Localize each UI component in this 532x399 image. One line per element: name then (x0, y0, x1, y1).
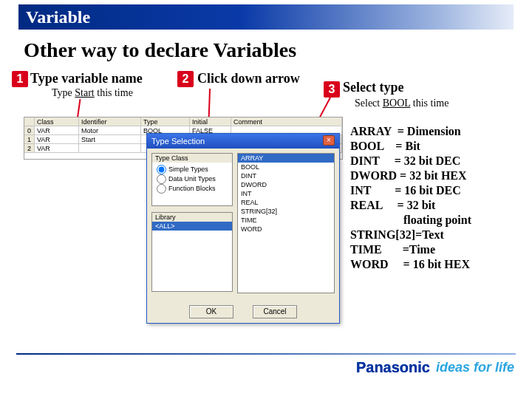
close-icon[interactable]: × (323, 135, 335, 146)
rung-num: 2 (26, 211, 30, 219)
step1-label: Type variable name (30, 71, 143, 86)
list-item[interactable]: ARRAY (238, 154, 334, 163)
step3-sub-underline: BOOL (383, 98, 411, 109)
cell-class[interactable]: VAR (35, 135, 79, 143)
type-legend-row: ARRAY = Dimension (350, 124, 471, 139)
ladder-row: 3 (24, 246, 145, 283)
col-type: Type (141, 117, 190, 126)
title-bar: Variable (18, 4, 514, 30)
variable-grid-header: Class Identifier Type Initial Comment (24, 117, 342, 126)
cell-class[interactable]: VAR (35, 144, 79, 152)
brand-logo: Panasonic (356, 359, 430, 376)
library-list[interactable]: Library <ALL> (151, 212, 233, 292)
type-legend-row: BOOL = Bit (350, 139, 471, 154)
list-item[interactable]: BOOL (238, 163, 334, 171)
rung-num: 1 (26, 174, 30, 182)
footer-divider (16, 353, 516, 355)
radio-label: Data Unit Types (168, 175, 216, 183)
contact-symbol: Start (69, 219, 83, 237)
cell-class[interactable]: VAR (35, 126, 79, 134)
cancel-button[interactable]: Cancel (253, 305, 297, 318)
step-badge-2: 2 (177, 71, 194, 87)
type-legend-row: REAL = 32 bit (350, 198, 471, 213)
list-item[interactable]: TIME (238, 216, 334, 225)
row-num: 1 (24, 135, 35, 143)
col-identifier: Identifier (79, 117, 141, 126)
list-item[interactable]: WORD (238, 225, 334, 233)
step3-label: Select type (343, 80, 403, 95)
list-item[interactable]: DWORD (238, 180, 334, 189)
rung-line (35, 230, 142, 231)
contact-symbol: R901C (69, 183, 89, 200)
type-class-group: Type Class Simple Types Data Unit Types … (151, 153, 233, 206)
type-legend-row: floating point (350, 213, 471, 228)
step-badge-1: 1 (12, 71, 28, 87)
brand-slogan: ideas for life (436, 360, 514, 375)
type-selection-dialog: Type Selection × Type Class Simple Types… (146, 133, 340, 324)
col-comment: Comment (231, 117, 342, 126)
step1-subtext: Type Start this time (52, 87, 133, 99)
rung-line (35, 193, 142, 194)
step3-subtext: Select BOOL this time (355, 98, 449, 109)
type-list-box[interactable]: ARRAY BOOL DINT DWORD INT REAL STRING[32… (237, 153, 335, 293)
rung-line (35, 267, 142, 267)
step2-label: Click down arrow (197, 71, 300, 86)
col-initial: Initial (190, 117, 231, 126)
step1-sub-post: this time (95, 87, 133, 98)
ok-button[interactable]: OK (189, 305, 233, 318)
type-legend-row: INT = 16 bit DEC (350, 183, 471, 198)
slide-subtitle: Other way to declare Variables (24, 38, 296, 62)
list-item[interactable]: INT (238, 189, 334, 198)
type-legend-row: DINT = 32 bit DEC (350, 154, 471, 168)
list-item[interactable]: STRING[32] (238, 207, 334, 216)
dialog-titlebar[interactable]: Type Selection × (147, 134, 339, 149)
row-num: 0 (24, 126, 35, 134)
ladder-row: 1 R901C (24, 172, 145, 209)
type-legend-row: TIME =Time (350, 242, 471, 257)
group-title: Type Class (152, 154, 232, 163)
type-legend-row: STRING[32]=Text (350, 228, 471, 242)
ladder-row: 2 Start (24, 209, 145, 246)
type-legend-row: DWORD = 32 bit HEX (350, 168, 471, 183)
radio-fb[interactable]: Function Blocks (154, 184, 231, 194)
rung-num: 3 (26, 248, 30, 256)
radio-label: Function Blocks (168, 185, 216, 192)
footer-logo: Panasonic ideas for life (356, 359, 514, 376)
col-class: Class (35, 117, 79, 126)
cell-identifier[interactable]: Motor (79, 126, 141, 134)
col-blank (24, 117, 35, 126)
radio-label: Simple Types (168, 166, 208, 173)
step1-sub-underline: Start (75, 87, 94, 98)
library-item[interactable]: <ALL> (152, 222, 232, 231)
type-legend-row: WORD = 16 bit HEX (350, 257, 471, 272)
library-label: Library (152, 213, 232, 222)
contact-label: R901C (69, 183, 89, 190)
contact-label: Start (69, 219, 83, 227)
row-num: 2 (24, 144, 35, 152)
step1-sub-pre: Type (52, 87, 75, 98)
radio-dut[interactable]: Data Unit Types (154, 174, 231, 184)
cell-identifier[interactable]: Start (79, 135, 141, 143)
step-badge-3: 3 (324, 81, 340, 98)
radio-simple-types[interactable]: Simple Types (154, 165, 231, 174)
step3-sub-post: this time (410, 98, 449, 109)
type-legend: ARRAY = Dimension BOOL = Bit DINT = 32 b… (350, 124, 471, 272)
list-item[interactable]: DINT (238, 171, 334, 180)
ladder-preview: 1 R901C 2 Start 3 (24, 171, 146, 319)
cell-identifier[interactable] (79, 144, 141, 152)
step3-sub-pre: Select (355, 98, 383, 109)
dialog-title: Type Selection (151, 134, 205, 149)
list-item[interactable]: REAL (238, 198, 334, 207)
